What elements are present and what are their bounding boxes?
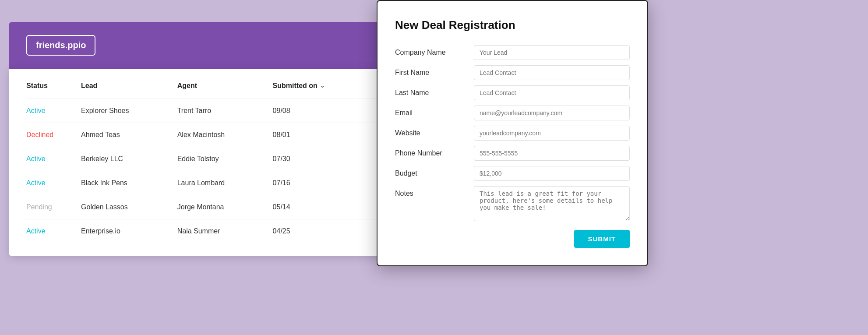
portal-brand: friends.ppio (26, 35, 95, 56)
input-first_name[interactable] (474, 65, 630, 80)
input-website[interactable] (474, 126, 630, 141)
input-last_name[interactable] (474, 85, 630, 100)
cell-submitted-on: 09/08 (273, 99, 377, 123)
form-row-first_name: First Name (395, 65, 630, 80)
form-row-notes: Notes (395, 186, 630, 221)
label-notes: Notes (395, 186, 465, 197)
label-budget: Budget (395, 166, 465, 177)
cell-submitted-on: 04/25 (273, 219, 377, 243)
cell-agent: Trent Tarro (177, 99, 273, 123)
table-row: Active Explorer Shoes Trent Tarro 09/08 (26, 99, 377, 123)
table-row: Active Enterprise.io Naia Summer 04/25 (26, 219, 377, 243)
status-badge: Active (26, 179, 46, 187)
cell-agent: Eddie Tolstoy (177, 147, 273, 171)
label-phone: Phone Number (395, 146, 465, 157)
input-email[interactable] (474, 106, 630, 120)
table-container: Status Lead Agent Submitted on ⌄ (9, 69, 394, 256)
cell-lead: Berkeley LLC (81, 147, 177, 171)
form-row-budget: Budget (395, 166, 630, 181)
cell-status: Active (26, 99, 81, 123)
status-badge: Pending (26, 203, 52, 211)
cell-lead: Black Ink Pens (81, 171, 177, 195)
input-budget[interactable] (474, 166, 630, 181)
portal-header: friends.ppio (9, 22, 394, 69)
cell-submitted-on: 07/16 (273, 171, 377, 195)
submit-button[interactable]: SUBMIT (574, 230, 630, 248)
input-phone[interactable] (474, 146, 630, 161)
sort-chevron-icon: ⌄ (320, 83, 325, 89)
form-row-website: Website (395, 126, 630, 141)
cell-status: Declined (26, 123, 81, 147)
deals-table: Status Lead Agent Submitted on ⌄ (26, 82, 377, 243)
table-row: Active Berkeley LLC Eddie Tolstoy 07/30 (26, 147, 377, 171)
col-lead: Lead (81, 82, 177, 99)
cell-lead: Enterprise.io (81, 219, 177, 243)
table-row: Active Black Ink Pens Laura Lombard 07/1… (26, 171, 377, 195)
cell-agent: Jorge Montana (177, 195, 273, 219)
label-company_name: Company Name (395, 45, 465, 56)
cell-submitted-on: 08/01 (273, 123, 377, 147)
submitted-on-label: Submitted on (273, 82, 318, 90)
col-submitted-on[interactable]: Submitted on ⌄ (273, 82, 377, 99)
portal-container: friends.ppio Status Lead Agent (9, 22, 394, 256)
form-row-email: Email (395, 106, 630, 120)
label-last_name: Last Name (395, 85, 465, 97)
table-header-row: Status Lead Agent Submitted on ⌄ (26, 82, 377, 99)
input-company_name[interactable] (474, 45, 630, 60)
cell-lead: Ahmed Teas (81, 123, 177, 147)
portal-body: Status Lead Agent Submitted on ⌄ (9, 69, 394, 256)
status-badge: Active (26, 227, 46, 235)
submit-row: SUBMIT (395, 230, 630, 248)
cell-status: Active (26, 219, 81, 243)
cell-submitted-on: 05/14 (273, 195, 377, 219)
form-fields: Company NameFirst NameLast NameEmailWebs… (395, 45, 630, 221)
modal-title: New Deal Registration (395, 18, 630, 32)
label-website: Website (395, 126, 465, 137)
input-notes[interactable] (474, 186, 630, 221)
form-row-last_name: Last Name (395, 85, 630, 100)
col-status: Status (26, 82, 81, 99)
label-first_name: First Name (395, 65, 465, 77)
label-email: Email (395, 106, 465, 117)
col-agent: Agent (177, 82, 273, 99)
table-body: Active Explorer Shoes Trent Tarro 09/08 … (26, 99, 377, 243)
table-row: Declined Ahmed Teas Alex Macintosh 08/01 (26, 123, 377, 147)
table-row: Pending Golden Lassos Jorge Montana 05/1… (26, 195, 377, 219)
cell-agent: Naia Summer (177, 219, 273, 243)
portal-brand-text: friends.ppio (36, 40, 86, 50)
new-deal-modal: New Deal Registration Company NameFirst … (377, 0, 648, 266)
form-row-phone: Phone Number (395, 146, 630, 161)
cell-status: Active (26, 171, 81, 195)
cell-agent: Laura Lombard (177, 171, 273, 195)
cell-lead: Explorer Shoes (81, 99, 177, 123)
status-badge: Declined (26, 131, 53, 138)
form-row-company_name: Company Name (395, 45, 630, 60)
cell-agent: Alex Macintosh (177, 123, 273, 147)
status-badge: Active (26, 155, 46, 162)
cell-lead: Golden Lassos (81, 195, 177, 219)
cell-submitted-on: 07/30 (273, 147, 377, 171)
cell-status: Pending (26, 195, 81, 219)
cell-status: Active (26, 147, 81, 171)
status-badge: Active (26, 107, 46, 114)
